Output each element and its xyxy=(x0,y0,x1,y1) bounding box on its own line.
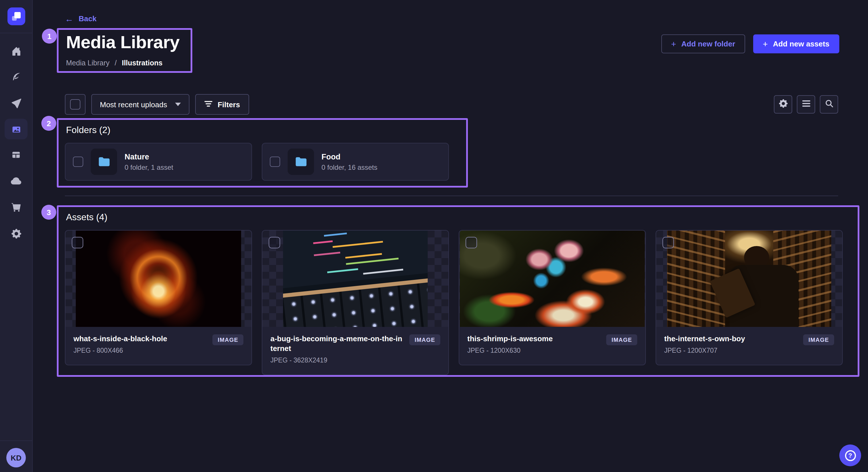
asset-thumbnail[interactable] xyxy=(656,231,842,327)
list-view-button[interactable] xyxy=(797,95,815,113)
folder-card-food[interactable]: Food 0 folder, 16 assets xyxy=(262,143,449,181)
folder-name: Food xyxy=(321,152,377,161)
sidebar-item-content-type-builder[interactable] xyxy=(5,144,28,165)
select-all-checkbox[interactable] xyxy=(70,99,81,109)
asset-card[interactable]: this-shrimp-is-awesome JPEG - 1200X630 I… xyxy=(459,230,646,365)
sort-select-value: Most recent uploads xyxy=(100,100,167,109)
asset-name: what-s-inside-a-black-hole xyxy=(73,334,207,344)
feather-icon xyxy=(11,72,21,82)
asset-checkbox[interactable] xyxy=(72,237,83,248)
asset-type-badge: IMAGE xyxy=(212,334,243,345)
folders-heading: Folders (2) xyxy=(66,125,111,135)
header-actions: + Add new folder + Add new assets xyxy=(661,34,839,53)
breadcrumb-current: Illustrations xyxy=(122,59,162,67)
add-new-assets-button[interactable]: + Add new assets xyxy=(753,34,839,53)
cloud-icon xyxy=(11,176,21,187)
asset-checkbox[interactable] xyxy=(466,237,477,248)
asset-meta: JPEG - 1200X707 xyxy=(664,347,797,354)
asset-footer: the-internet-s-own-boy JPEG - 1200X707 I… xyxy=(656,327,842,365)
sidebar-divider xyxy=(0,440,33,441)
folder-meta: 0 folder, 16 assets xyxy=(321,163,377,171)
folder-meta: 0 folder, 1 asset xyxy=(125,163,173,171)
asset-footer: a-bug-is-becoming-a-meme-on-the-internet… xyxy=(262,327,448,374)
breadcrumb-separator: / xyxy=(115,59,117,67)
asset-checkbox[interactable] xyxy=(662,237,674,248)
home-icon xyxy=(11,46,21,56)
select-all-checkbox-button[interactable] xyxy=(65,94,86,115)
plus-icon: + xyxy=(671,39,676,48)
list-icon xyxy=(802,99,810,109)
plus-icon: + xyxy=(763,39,768,48)
asset-name: this-shrimp-is-awesome xyxy=(467,334,600,344)
black-hole-photo xyxy=(76,231,241,327)
folder-icon-box xyxy=(91,148,117,175)
annotation-marker-2: 2 xyxy=(41,116,56,131)
paper-plane-icon xyxy=(11,98,21,108)
arrow-left-icon: ← xyxy=(65,14,73,23)
back-link[interactable]: ← Back xyxy=(65,14,96,23)
mantis-shrimp-photo xyxy=(460,231,645,327)
folder-name: Nature xyxy=(125,152,173,161)
asset-card[interactable]: a-bug-is-becoming-a-meme-on-the-internet… xyxy=(262,230,449,375)
asset-type-badge: IMAGE xyxy=(803,334,834,345)
asset-type-badge: IMAGE xyxy=(409,334,440,345)
folder-icon xyxy=(293,155,308,169)
annotation-marker-3: 3 xyxy=(41,205,56,220)
folder-texts: Nature 0 folder, 1 asset xyxy=(125,152,173,171)
asset-meta: JPEG - 1200X630 xyxy=(467,347,600,354)
asset-grid: what-s-inside-a-black-hole JPEG - 800X46… xyxy=(65,230,843,375)
asset-thumbnail[interactable] xyxy=(459,231,645,327)
sidebar-divider xyxy=(0,33,33,33)
asset-card[interactable]: what-s-inside-a-black-hole JPEG - 800X46… xyxy=(65,230,252,365)
strapi-logo[interactable] xyxy=(7,7,25,25)
sidebar-item-settings[interactable] xyxy=(5,223,28,244)
media-library-icon xyxy=(11,124,22,134)
asset-footer: what-s-inside-a-black-hole JPEG - 800X46… xyxy=(65,327,251,365)
view-settings-button[interactable] xyxy=(774,95,792,113)
page-title: Media Library xyxy=(66,32,179,53)
gear-icon xyxy=(779,99,787,110)
folder-grid: Nature 0 folder, 1 asset Food 0 folder, … xyxy=(65,143,449,181)
toolbar-right xyxy=(774,95,838,113)
help-button[interactable]: ? xyxy=(839,444,861,466)
filter-icon xyxy=(205,100,212,109)
sort-select[interactable]: Most recent uploads xyxy=(91,94,189,115)
folder-card-nature[interactable]: Nature 0 folder, 1 asset xyxy=(65,143,252,181)
sidebar-item-releases[interactable] xyxy=(5,93,28,113)
chevron-down-icon xyxy=(175,103,181,106)
asset-meta: JPEG - 800X466 xyxy=(73,347,207,354)
add-new-folder-button[interactable]: + Add new folder xyxy=(661,34,745,53)
filters-button[interactable]: Filters xyxy=(195,94,249,115)
asset-meta: JPEG - 3628X2419 xyxy=(270,357,404,364)
toolbar-left: Most recent uploads Filters xyxy=(65,94,249,115)
asset-name: a-bug-is-becoming-a-meme-on-the-internet xyxy=(270,334,404,354)
sidebar-item-media-library[interactable] xyxy=(5,119,28,139)
laptop-code-photo xyxy=(283,231,428,327)
sidebar-item-marketplace[interactable] xyxy=(5,197,28,217)
question-icon: ? xyxy=(845,450,856,461)
search-button[interactable] xyxy=(820,95,838,113)
breadcrumb-parent[interactable]: Media Library xyxy=(66,59,110,67)
folder-checkbox[interactable] xyxy=(270,157,280,167)
assets-heading: Assets (4) xyxy=(66,212,107,223)
asset-type-badge: IMAGE xyxy=(606,334,637,345)
asset-card[interactable]: the-internet-s-own-boy JPEG - 1200X707 I… xyxy=(656,230,843,365)
sidebar-item-content-manager[interactable] xyxy=(5,67,28,87)
layout-icon xyxy=(11,150,21,160)
search-icon xyxy=(825,99,833,110)
user-avatar[interactable]: KD xyxy=(6,448,26,467)
folder-checkbox[interactable] xyxy=(73,157,83,167)
asset-thumbnail[interactable] xyxy=(262,231,448,327)
back-label: Back xyxy=(79,14,96,23)
asset-thumbnail[interactable] xyxy=(65,231,251,327)
asset-checkbox[interactable] xyxy=(269,237,280,248)
cart-icon xyxy=(11,202,21,212)
breadcrumb: Media Library / Illustrations xyxy=(66,59,162,67)
sidebar-item-deploy[interactable] xyxy=(5,171,28,192)
library-portrait-photo xyxy=(667,231,831,327)
asset-footer: this-shrimp-is-awesome JPEG - 1200X630 I… xyxy=(459,327,645,365)
strapi-logo-icon xyxy=(12,12,21,21)
toolbar: Most recent uploads Filters xyxy=(65,94,838,115)
sidebar-item-home[interactable] xyxy=(5,41,28,61)
sidebar: KD xyxy=(0,0,33,472)
